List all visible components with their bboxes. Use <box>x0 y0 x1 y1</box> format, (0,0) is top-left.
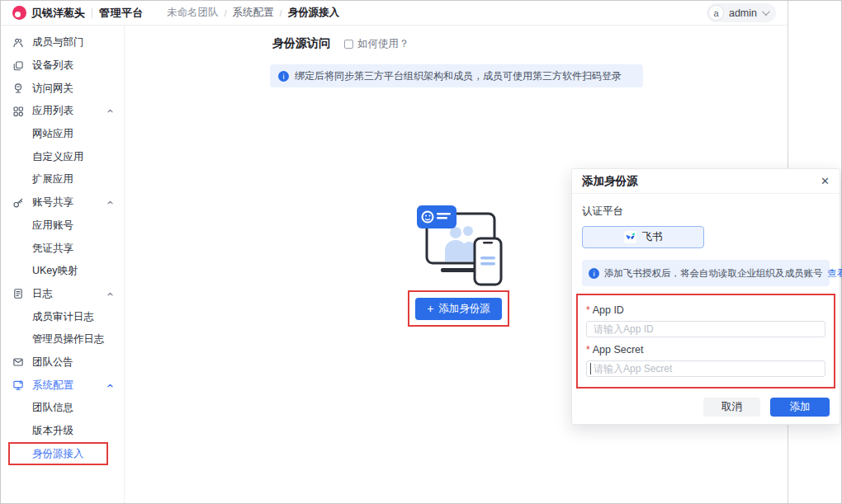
close-icon[interactable]: ✕ <box>821 176 830 186</box>
doc-icon <box>344 40 353 49</box>
devices-icon <box>12 60 24 72</box>
sidebar-item-account-sharing[interactable]: 账号共享 <box>1 191 124 214</box>
sidebar-item-team-info[interactable]: 团队信息 <box>1 397 124 420</box>
chevron-up-icon <box>106 382 114 389</box>
breadcrumb-system-config[interactable]: 系统配置 <box>233 6 274 20</box>
brand-divider <box>92 8 92 18</box>
gateway-icon <box>12 82 24 94</box>
cancel-button[interactable]: 取消 <box>703 398 760 417</box>
breadcrumb: 未命名团队 / 系统配置 / 身份源接入 <box>167 6 339 20</box>
sidebar-item-member-audit-logs[interactable]: 成员审计日志 <box>1 305 124 328</box>
annotation-highlight-box: *App ID *App Secret <box>576 294 835 389</box>
app-id-input[interactable] <box>586 321 825 337</box>
sidebar-item-gateway[interactable]: 访问网关 <box>1 77 124 100</box>
brand-name: 贝锐洋葱头 <box>31 6 85 21</box>
view-tutorial-link[interactable]: 查看教程 <box>828 267 842 280</box>
add-identity-source-button[interactable]: + 添加身份源 <box>415 298 502 320</box>
mail-icon <box>12 356 24 368</box>
info-icon <box>589 268 599 279</box>
top-header: 贝锐洋葱头 管理平台 未命名团队 / 系统配置 / 身份源接入 a admin <box>1 1 788 26</box>
sidebar-item-devices[interactable]: 设备列表 <box>1 54 124 78</box>
text-cursor <box>590 363 591 374</box>
avatar: a <box>708 5 724 21</box>
sidebar-item-app-accounts[interactable]: 应用账号 <box>1 214 124 238</box>
how-to-use-link[interactable]: 如何使用？ <box>344 37 409 51</box>
brand-logo-icon <box>12 6 26 20</box>
sidebar-item-website-apps[interactable]: 网站应用 <box>1 123 124 146</box>
sidebar-item-admin-operation-logs[interactable]: 管理员操作日志 <box>1 328 124 351</box>
apps-icon <box>12 106 24 117</box>
identity-source-illustration <box>410 205 511 290</box>
sidebar-item-custom-apps[interactable]: 自定义应用 <box>1 145 124 168</box>
info-banner: 绑定后将同步第三方平台组织架构和成员，成员可使用第三方软件扫码登录 <box>270 64 643 87</box>
log-icon <box>12 288 24 299</box>
breadcrumb-current: 身份源接入 <box>288 6 340 20</box>
feishu-icon <box>624 231 636 243</box>
user-menu[interactable]: a admin <box>707 3 776 22</box>
plus-icon: + <box>427 303 433 314</box>
key-icon <box>12 197 24 209</box>
sidebar-item-credential-sharing[interactable]: 凭证共享 <box>1 237 124 260</box>
sidebar-item-extension-apps[interactable]: 扩展应用 <box>1 168 124 191</box>
info-icon <box>278 71 289 82</box>
brand-suffix: 管理平台 <box>99 6 144 21</box>
sidebar-item-team-announcement[interactable]: 团队公告 <box>1 351 124 374</box>
user-name: admin <box>729 7 757 19</box>
breadcrumb-separator: / <box>225 8 227 18</box>
chevron-up-icon <box>106 290 114 298</box>
chevron-down-icon <box>762 7 770 16</box>
chevron-up-icon <box>106 199 114 206</box>
sidebar-item-members[interactable]: 成员与部门 <box>1 31 124 54</box>
members-icon <box>12 37 24 49</box>
breadcrumb-team[interactable]: 未命名团队 <box>167 6 219 20</box>
annotation-highlight-box: + 添加身份源 <box>408 290 509 327</box>
sidebar-item-version-upgrade[interactable]: 版本升级 <box>1 420 124 443</box>
platform-option-feishu[interactable]: 飞书 <box>582 226 704 248</box>
add-identity-source-modal: 添加身份源 ✕ 认证平台 飞书 添加飞书授权后，将会自动读取企业组织及成员账号查… <box>571 168 840 425</box>
platform-label: 认证平台 <box>582 205 830 219</box>
confirm-add-button[interactable]: 添加 <box>770 398 830 417</box>
sidebar-item-ukey-mapping[interactable]: UKey映射 <box>1 260 124 283</box>
monitor-icon <box>12 379 24 391</box>
modal-title: 添加身份源 <box>582 174 638 189</box>
modal-info-banner: 添加飞书授权后，将会自动读取企业组织及成员账号查看教程 <box>582 260 830 286</box>
sidebar-item-identity-source[interactable]: 身份源接入 <box>1 442 124 465</box>
chevron-up-icon <box>106 107 114 115</box>
page-title: 身份源访问 <box>272 36 330 51</box>
app-id-label: *App ID <box>586 304 825 316</box>
sidebar-item-apps[interactable]: 应用列表 <box>1 100 124 123</box>
app-secret-label: *App Secret <box>586 344 825 356</box>
sidebar-item-system-config[interactable]: 系统配置 <box>1 374 124 397</box>
sidebar-item-logs[interactable]: 日志 <box>1 283 124 306</box>
breadcrumb-separator: / <box>280 8 282 18</box>
app-secret-input[interactable] <box>586 360 825 377</box>
sidebar: 成员与部门 设备列表 访问网关 应用列表 网站应用 自定义应用 扩展应用 账号共… <box>1 26 125 503</box>
